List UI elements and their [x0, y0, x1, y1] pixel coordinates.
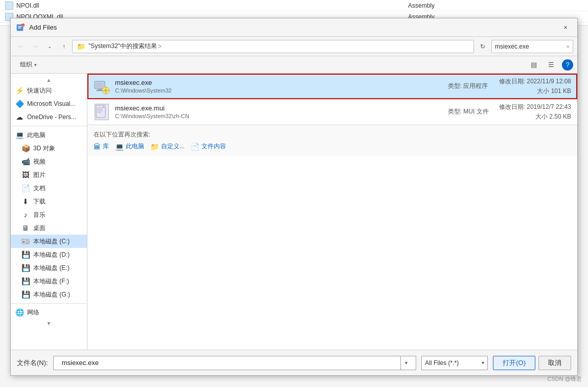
- svg-point-14: [104, 89, 107, 92]
- nav-forward-button[interactable]: →: [29, 40, 41, 53]
- nav-up-button[interactable]: ↑: [58, 40, 70, 53]
- search-clear-button[interactable]: ×: [567, 43, 570, 50]
- file-size-mui: 大小 2.50 KB: [499, 112, 571, 121]
- drive-c-icon: C:: [21, 237, 30, 246]
- sidebar: ▲ ⚡ 快速访问 🔷 Microsoft Visual... ☁ OneDriv…: [11, 74, 87, 350]
- quickaccess-icon: ⚡: [15, 86, 24, 95]
- sidebar-item-label-downloads: 下载: [33, 197, 46, 206]
- sidebar-item-drive-e[interactable]: 💾 本地磁盘 (E:): [11, 261, 87, 275]
- filename-dropdown-button[interactable]: ▾: [400, 356, 412, 370]
- file-item-msiexec-mui[interactable]: msiexec.exe.mui C:\Windows\System32\zh-C…: [87, 99, 577, 125]
- file-item-info-msiexec: msiexec.exe C:\Windows\System32: [115, 79, 448, 94]
- sidebar-item-label-network: 网络: [27, 308, 39, 317]
- sidebar-item-drive-g[interactable]: 💾 本地磁盘 (G:): [11, 288, 87, 301]
- view-details-button[interactable]: ▤: [527, 58, 540, 72]
- file-date-mui: 修改日期: 2019/12/7 22:43: [499, 103, 571, 111]
- network-icon: 🌐: [15, 308, 24, 317]
- search-again-label: 在以下位置再次搜索:: [94, 130, 571, 139]
- sidebar-divider-2: [11, 303, 87, 304]
- desktop-icon: 🖥: [21, 223, 30, 233]
- sidebar-scroll-up-button[interactable]: ▲: [11, 76, 87, 84]
- downloads-icon: ⬇: [21, 197, 30, 206]
- 3dobjects-icon: 📦: [21, 144, 30, 153]
- open-button[interactable]: 打开(O): [493, 356, 535, 370]
- search-option-library[interactable]: 🏛 库: [94, 142, 109, 151]
- filename-input[interactable]: msiexec.exe ▾: [53, 356, 417, 370]
- sidebar-item-label-drive-f: 本地磁盘 (F:): [33, 277, 69, 286]
- refresh-button[interactable]: ↻: [476, 40, 489, 53]
- onedrive-icon: ☁: [15, 112, 24, 122]
- sidebar-divider-1: [11, 126, 87, 126]
- filetype-dropdown[interactable]: All Files (*.*) ▾: [421, 356, 488, 370]
- sidebar-item-drive-f[interactable]: 💾 本地磁盘 (F:): [11, 275, 87, 288]
- svg-rect-21: [97, 109, 102, 110]
- sidebar-item-music[interactable]: ♪ 音乐: [11, 208, 87, 221]
- file-size-msiexec: 大小 101 KB: [499, 87, 571, 96]
- search-option-thispc-label: 此电脑: [126, 142, 144, 151]
- drive-e-icon: 💾: [21, 263, 30, 272]
- file-meta-mui: 修改日期: 2019/12/7 22:43 大小 2.50 KB: [499, 103, 571, 121]
- address-path[interactable]: 📁 "System32"中的搜索结果 >: [72, 40, 474, 53]
- search-option-filecontent-label: 文件内容: [201, 142, 226, 151]
- search-option-custom[interactable]: 📁 自定义...: [150, 142, 185, 151]
- organize-button[interactable]: 组织 ▾: [15, 58, 42, 72]
- sidebar-item-3dobjects[interactable]: 📦 3D 对象: [11, 142, 87, 155]
- sidebar-item-network[interactable]: 🌐 网络: [11, 306, 87, 319]
- address-path-text: "System32"中的搜索结果: [88, 42, 157, 51]
- sidebar-item-desktop[interactable]: 🖥 桌面: [11, 221, 87, 235]
- sidebar-item-drive-c[interactable]: C: 本地磁盘 (C:): [11, 235, 87, 248]
- sidebar-item-microsoft-visual[interactable]: 🔷 Microsoft Visual...: [11, 97, 87, 110]
- search-value: msiexec.exe: [495, 43, 567, 50]
- sidebar-item-onedrive[interactable]: ☁ OneDrive - Pers...: [11, 110, 87, 124]
- filename-label: 文件名(N):: [17, 358, 48, 368]
- sidebar-item-label-pictures: 图片: [33, 171, 46, 179]
- action-buttons: 打开(O) 取消: [493, 356, 571, 370]
- svg-rect-1: [18, 26, 22, 27]
- sidebar-item-videos[interactable]: 📹 视频: [11, 155, 87, 168]
- filetype-value: All Files (*.*): [425, 359, 482, 367]
- help-button[interactable]: ?: [562, 59, 573, 71]
- file-type-value-msiexec: 应用程序: [463, 82, 488, 89]
- sidebar-item-downloads[interactable]: ⬇ 下载: [11, 195, 87, 208]
- file-date-msiexec: 修改日期: 2022/11/9 12:08: [499, 77, 571, 86]
- dialog-close-button[interactable]: ×: [559, 21, 572, 34]
- sidebar-item-drive-d[interactable]: 💾 本地磁盘 (D:): [11, 248, 87, 261]
- custom-icon: 📁: [150, 143, 159, 151]
- drive-d-icon: 💾: [21, 250, 30, 259]
- file-path-msiexec: C:\Windows\System32: [115, 87, 448, 94]
- sidebar-item-thispc[interactable]: 💻 此电脑: [11, 128, 87, 142]
- sidebar-item-quickaccess[interactable]: ⚡ 快速访问: [11, 84, 87, 97]
- bg-assembly-npoi: Assembly: [408, 2, 435, 9]
- address-bar: ← → ⌄ ↑ 📁 "System32"中的搜索结果 > ↻ msiexec.e…: [11, 37, 577, 56]
- file-type-mui: 类型: MUI 文件: [448, 107, 499, 116]
- nav-back-button[interactable]: ←: [15, 40, 27, 53]
- content-area: ▲ ⚡ 快速访问 🔷 Microsoft Visual... ☁ OneDriv…: [11, 74, 577, 350]
- sidebar-item-label-drive-e: 本地磁盘 (E:): [33, 264, 70, 272]
- file-item-msiexec-exe[interactable]: msiexec.exe C:\Windows\System32 类型: 应用程序…: [87, 74, 577, 99]
- sidebar-item-label-drive-d: 本地磁盘 (D:): [33, 251, 70, 259]
- view-list-button[interactable]: ☰: [545, 58, 558, 72]
- file-path-mui: C:\Windows\System32\zh-CN: [115, 113, 448, 119]
- nav-dropdown-button[interactable]: ⌄: [43, 40, 56, 53]
- mui-file-icon: [94, 104, 110, 120]
- dialog-title-icon: +: [16, 23, 25, 32]
- svg-rect-18: [108, 90, 109, 91]
- file-name-mui: msiexec.exe.mui: [115, 104, 448, 112]
- svg-rect-15: [105, 87, 106, 88]
- cancel-button[interactable]: 取消: [538, 356, 571, 370]
- library-icon: 🏛: [94, 143, 101, 151]
- svg-rect-20: [97, 107, 103, 108]
- file-type-label-mui: 类型:: [448, 108, 462, 115]
- sidebar-scroll-down-button[interactable]: ▼: [11, 319, 87, 327]
- sidebar-item-label-music: 音乐: [33, 211, 46, 219]
- search-option-custom-label: 自定义...: [161, 142, 185, 151]
- svg-rect-6: [23, 241, 25, 243]
- sidebar-item-pictures[interactable]: 🖼 图片: [11, 168, 87, 181]
- search-box: msiexec.exe ×: [491, 40, 573, 53]
- svg-text:C:: C:: [22, 238, 24, 240]
- drive-f-icon: 💾: [21, 277, 30, 286]
- search-option-thispc[interactable]: 💻 此电脑: [115, 142, 144, 151]
- search-option-filecontent[interactable]: 📄 文件内容: [191, 142, 226, 151]
- sidebar-item-documents[interactable]: 📄 文档: [11, 181, 87, 195]
- file-type-value-mui: MUI 文件: [463, 108, 488, 115]
